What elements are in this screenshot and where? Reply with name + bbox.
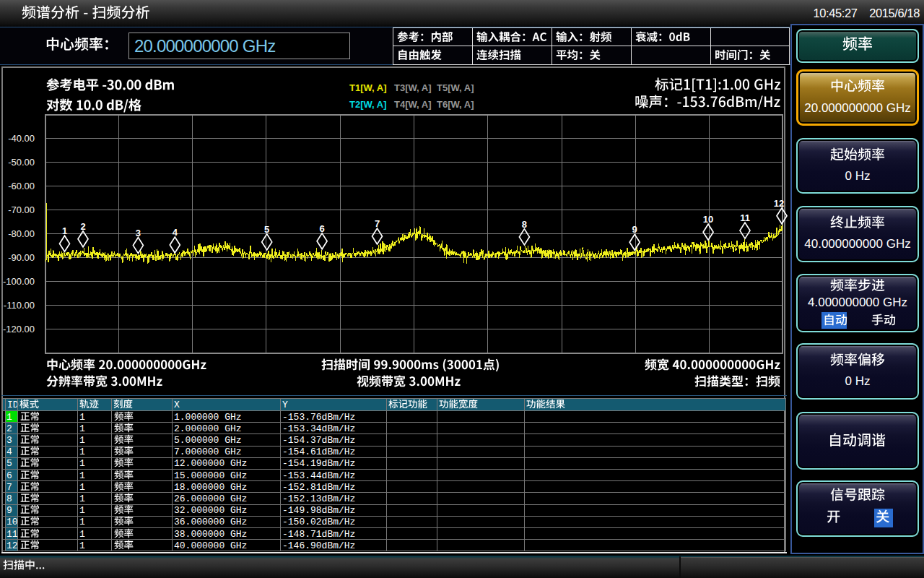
svg-text:1: 1	[62, 225, 67, 236]
svg-text:3: 3	[136, 228, 141, 238]
svg-text:5: 5	[264, 224, 269, 235]
svg-text:6: 6	[319, 223, 324, 234]
svg-text:10: 10	[703, 214, 713, 225]
svg-text:7: 7	[375, 218, 380, 229]
svg-text:11: 11	[740, 212, 750, 223]
svg-text:9: 9	[632, 224, 637, 235]
svg-text:2: 2	[80, 221, 85, 232]
svg-text:8: 8	[522, 219, 527, 230]
svg-text:4: 4	[173, 227, 178, 238]
svg-text:12: 12	[774, 198, 784, 209]
